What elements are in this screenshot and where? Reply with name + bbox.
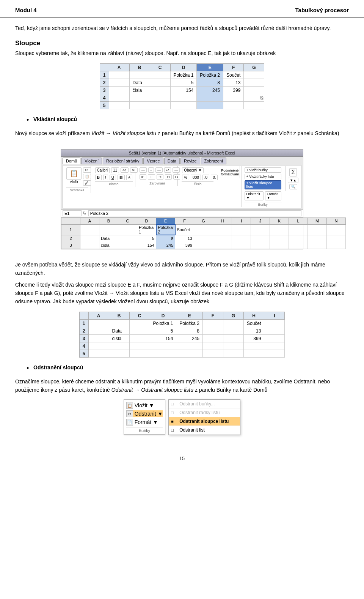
grid-col-K: K xyxy=(270,218,289,224)
btn-border[interactable]: ▦ xyxy=(118,175,125,180)
sp2-col-G: G xyxy=(223,312,244,320)
btn-find[interactable]: 🔍 xyxy=(289,184,297,189)
btn-bold[interactable]: B xyxy=(95,175,102,180)
btn-align-top[interactable]: ― xyxy=(140,167,147,173)
cell-ref-box[interactable]: E1 xyxy=(63,210,82,216)
cmd-odstranit-sloupce: Odstranit sloupce listu xyxy=(141,387,193,393)
spreadsheet1: A B C D E F G 1 Položka 1 Položka 2 xyxy=(100,63,265,109)
btn-vlozit-big[interactable]: 📋 xyxy=(66,167,82,180)
btn-percent[interactable]: % xyxy=(182,175,189,180)
sp2-col-I: I xyxy=(264,312,285,320)
bunky-label: Buňky xyxy=(244,202,282,206)
btn-sort[interactable]: ▼▲ xyxy=(288,178,298,183)
btn-paste[interactable]: 🖊 xyxy=(83,180,91,186)
context-panel-area: 📋 Vložit ▼ ✂ Odstranit ▼ 📄 Formát ▼ Buňk… xyxy=(15,399,349,435)
submenu-icon-list: □ xyxy=(171,428,174,432)
sp2-col-F: F xyxy=(203,312,223,320)
btn-dec-more[interactable]: .0 xyxy=(202,175,209,180)
tab-zobrazeni[interactable]: Zobrazení xyxy=(201,158,227,164)
submenu-item-odstranit-sloupce[interactable]: ■ Odstranit sloupce listu xyxy=(169,417,240,426)
font-name[interactable]: Calibri xyxy=(95,167,110,173)
submenu-label-odstranit-sloupce: Odstranit sloupce listu xyxy=(179,419,229,424)
small-buttons-panel: 📋 Vložit ▼ ✂ Odstranit ▼ 📄 Formát ▼ Buňk… xyxy=(124,399,166,435)
sp2-col-B: B xyxy=(109,312,129,320)
btn-merge[interactable]: ― xyxy=(173,167,180,173)
col-header-G: G xyxy=(244,64,264,71)
btn-fill[interactable]: A xyxy=(126,175,132,180)
submenu-item-odstranit-radky[interactable]: □ Odstranit řádky listu xyxy=(169,408,240,417)
tab-data[interactable]: Data xyxy=(164,158,180,164)
col-header-B: B xyxy=(129,64,150,71)
col-header-E: E xyxy=(197,64,223,71)
tab-revize[interactable]: Revize xyxy=(180,158,200,164)
row-header-5: 5 xyxy=(100,102,109,109)
grid-col-A: A xyxy=(80,218,99,224)
btn-vlozit-radky[interactable]: + Vložit řádky listu xyxy=(245,174,282,179)
para2: Je ovšem potřeba vědět, že sloupce se vk… xyxy=(15,261,349,277)
btn-vlozit-sloupce[interactable]: + Vložit sloupce listu xyxy=(245,180,282,189)
btn-thousands[interactable]: 000 xyxy=(191,175,201,180)
cmd-odstranit: Odstranit xyxy=(111,387,133,393)
row-header-4: 4 xyxy=(100,94,109,102)
tab-vzorce[interactable]: Vzorce xyxy=(143,158,163,164)
number-format[interactable]: Obecný ▼ xyxy=(182,167,204,173)
btn-dec-less[interactable]: 0. xyxy=(211,175,218,180)
table-row: 1 Položka 1 Položka 2 Součet xyxy=(100,71,264,79)
formula-input[interactable]: Položka 2 xyxy=(88,210,301,216)
btn-vlozit-bunky[interactable]: + Vložit buňky xyxy=(245,167,282,173)
spreadsheet2: A B C D E F G H I 1 Položka 1 xyxy=(79,312,285,358)
bullet-label-1: Vkládání sloupců xyxy=(33,116,77,122)
panel-row-vlozit: 📋 Vložit ▼ xyxy=(126,402,163,409)
btn-italic[interactable]: I xyxy=(103,175,108,180)
excel-grid-area: A B C D E F G H I J K L M xyxy=(61,218,303,249)
label-odstranit: Odstranit ▼ xyxy=(135,411,163,417)
table-row: 1 Položka 1 Položka 2 Součet xyxy=(79,320,285,327)
btn-odstranit[interactable]: Odstranit ▼ xyxy=(245,191,264,200)
btn-copy[interactable]: 📋 xyxy=(83,174,91,179)
pismo-label: Písmo xyxy=(95,181,133,186)
btn-indent-more[interactable]: ↦ xyxy=(173,174,180,180)
ribbon-group-pismo: Calibri 11 A↑ A↓ B I U ▦ A Písmo xyxy=(93,166,135,187)
tab-vlozeni[interactable]: Vložení xyxy=(81,158,102,164)
bullet-item-1: • Vkládání sloupců xyxy=(27,115,349,126)
col-header-A: A xyxy=(109,64,129,71)
zarovnani-label: Zarovnání xyxy=(139,181,175,185)
ribbon-group-bunky: + Vložit buňky + Vložit řádky listu + Vl… xyxy=(242,166,284,207)
btn-format[interactable]: Formát ▼ xyxy=(265,191,281,200)
tab-domu[interactable]: Domů xyxy=(63,158,80,164)
btn-indent-less[interactable]: ↤ xyxy=(165,174,172,180)
btn-left[interactable]: ⇤ xyxy=(140,174,146,180)
btn-cut[interactable]: ✂ xyxy=(83,167,91,173)
btn-align-bot[interactable]: ― xyxy=(155,167,163,173)
submenu-item-odstranit-list[interactable]: □ Odstranit list xyxy=(169,426,240,435)
grid-corner xyxy=(61,218,80,224)
btn-wrap[interactable]: ↩ xyxy=(164,167,171,173)
col-header-corner xyxy=(100,64,109,71)
table-row: 5 xyxy=(79,350,285,358)
excel-grid: A B C D E F G H I J K L M xyxy=(61,218,346,249)
btn-center[interactable]: ↔ xyxy=(148,174,155,180)
tab-rozlozeni[interactable]: Rozložení stránky xyxy=(103,158,143,164)
main-content: Teď, když jsme schopni zorientovat se v … xyxy=(0,24,364,452)
font-size[interactable]: 11 xyxy=(111,167,119,173)
bullet-text-1: Vkládání sloupců xyxy=(33,115,77,124)
sp2-col-D: D xyxy=(150,312,176,320)
row-header-2: 2 xyxy=(100,79,109,87)
page-header: Modul 4 Tabulkový procesor xyxy=(0,0,364,17)
table-row: 2 Data 5 8 13 xyxy=(61,235,346,242)
bullet-section-1: • Vkládání sloupců xyxy=(27,115,349,126)
grid-col-C: C xyxy=(118,218,137,224)
bullet1-description: Nový sloupce se vloží příkazem Vložit → … xyxy=(15,129,349,138)
grid-col-L: L xyxy=(289,218,308,224)
btn-sigma[interactable]: Σ xyxy=(289,168,297,177)
table-row: 4 xyxy=(79,342,285,350)
table-row: 3 čísla 154 245 399 xyxy=(100,87,264,94)
btn-underline[interactable]: U xyxy=(110,175,116,180)
btn-align-mid[interactable]: − xyxy=(148,167,154,173)
font-grow[interactable]: A↑ xyxy=(121,167,129,173)
module-label: Modul 4 xyxy=(15,7,37,13)
submenu-item-odstranit-bunky[interactable]: □ Odstranit buňky... xyxy=(169,400,240,408)
grid-col-D: D xyxy=(137,218,156,224)
btn-right[interactable]: ⇥ xyxy=(157,174,163,180)
grid-col-I: I xyxy=(232,218,251,224)
